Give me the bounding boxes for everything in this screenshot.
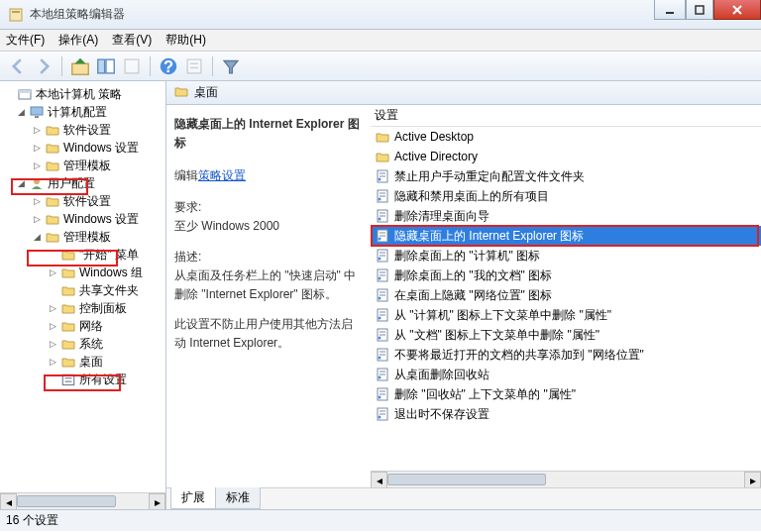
folder-icon bbox=[45, 194, 60, 208]
expand-icon[interactable]: ▷ bbox=[32, 160, 43, 171]
setting-folder[interactable]: Active Directory bbox=[371, 147, 761, 166]
setting-policy[interactable]: 隐藏桌面上的 Internet Explorer 图标 bbox=[371, 226, 761, 246]
tree-root[interactable]: 本地计算机 策略 bbox=[4, 85, 163, 103]
minimize-button[interactable] bbox=[654, 0, 686, 20]
policy-icon bbox=[375, 248, 390, 264]
settings-header[interactable]: 设置 bbox=[371, 105, 761, 127]
detail-column: 隐藏桌面上的 Internet Explorer 图标 编辑策略设置 要求: 至… bbox=[166, 105, 371, 487]
tree-uc-system[interactable]: ▷系统 bbox=[4, 335, 163, 353]
setting-policy[interactable]: 从 "文档" 图标上下文菜单中删除 "属性" bbox=[371, 325, 761, 345]
window-title: 本地组策略编辑器 bbox=[30, 6, 125, 23]
scroll-left-arrow[interactable]: ◂ bbox=[0, 493, 17, 509]
scroll-right-arrow[interactable]: ▸ bbox=[744, 472, 761, 487]
show-hide-tree-button[interactable] bbox=[94, 54, 118, 78]
menu-file[interactable]: 文件(F) bbox=[6, 32, 45, 49]
tree-label: 网络 bbox=[79, 318, 103, 335]
tree-label: 桌面 bbox=[79, 354, 103, 371]
expand-icon[interactable]: ▷ bbox=[32, 196, 43, 207]
tree-label: 管理模板 bbox=[63, 229, 111, 246]
tab-standard[interactable]: 标准 bbox=[215, 487, 261, 509]
tree-uc-windows[interactable]: ▷Windows 设置 bbox=[4, 210, 163, 228]
desc-paragraph: 从桌面及任务栏上的 "快速启动" 中删除 "Internet Explorer"… bbox=[174, 266, 363, 304]
tree-uc-control[interactable]: ▷控制面板 bbox=[4, 299, 163, 317]
svg-rect-17 bbox=[31, 107, 43, 115]
tab-extended[interactable]: 扩展 bbox=[170, 487, 216, 509]
forward-button bbox=[32, 54, 55, 78]
setting-policy[interactable]: 删除 "回收站" 上下文菜单的 "属性" bbox=[371, 384, 761, 404]
policy-icon bbox=[375, 347, 390, 363]
expand-icon[interactable]: ▷ bbox=[32, 214, 43, 225]
svg-rect-16 bbox=[19, 90, 31, 93]
setting-policy[interactable]: 退出时不保存设置 bbox=[371, 404, 761, 424]
collapse-icon[interactable] bbox=[4, 89, 15, 100]
expand-icon[interactable]: ▷ bbox=[48, 321, 58, 332]
tree-cc-software[interactable]: ▷软件设置 bbox=[4, 121, 163, 139]
svg-point-19 bbox=[34, 178, 40, 184]
tree-uc-shared[interactable]: 共享文件夹 bbox=[4, 281, 163, 299]
setting-policy[interactable]: 禁止用户手动重定向配置文件文件夹 bbox=[371, 166, 761, 186]
toolbar-separator bbox=[150, 56, 151, 76]
tree-uc-wincomp[interactable]: ▷Windows 组 bbox=[4, 264, 163, 281]
setting-policy[interactable]: 从 "计算机" 图标上下文菜单中删除 "属性" bbox=[371, 305, 761, 325]
setting-policy[interactable]: 从桌面删除回收站 bbox=[371, 365, 761, 384]
svg-point-38 bbox=[379, 238, 381, 241]
tree-hscroll[interactable]: ◂ ▸ bbox=[0, 492, 165, 509]
collapse-icon[interactable]: ◢ bbox=[16, 107, 27, 118]
expand-icon[interactable]: ▷ bbox=[48, 267, 58, 278]
setting-policy[interactable]: 不要将最近打开的文档的共享添加到 "网络位置" bbox=[371, 345, 761, 365]
help-button[interactable]: ? bbox=[157, 54, 180, 78]
tree-label: Windows 设置 bbox=[63, 140, 139, 157]
expand-icon[interactable]: ▷ bbox=[48, 357, 58, 368]
setting-label: 删除 "回收站" 上下文菜单的 "属性" bbox=[394, 386, 576, 403]
collapse-icon[interactable]: ◢ bbox=[16, 178, 27, 189]
svg-point-66 bbox=[379, 376, 381, 379]
up-button[interactable] bbox=[68, 54, 92, 78]
settings-header-label: 设置 bbox=[375, 107, 398, 124]
menu-view[interactable]: 查看(V) bbox=[112, 32, 152, 49]
tree-uc-start[interactable]: "开始" 菜单 bbox=[4, 246, 163, 264]
expand-icon[interactable]: ▷ bbox=[48, 339, 58, 350]
svg-rect-9 bbox=[125, 59, 139, 73]
menu-help[interactable]: 帮助(H) bbox=[165, 32, 206, 49]
svg-point-34 bbox=[379, 218, 381, 221]
tree-cc-admin[interactable]: ▷管理模板 bbox=[4, 157, 163, 174]
setting-policy[interactable]: 删除桌面上的 "计算机" 图标 bbox=[371, 246, 761, 266]
expand-icon[interactable]: ▷ bbox=[32, 143, 43, 154]
setting-policy[interactable]: 删除清理桌面向导 bbox=[371, 206, 761, 226]
folder-icon bbox=[60, 248, 76, 262]
expand-icon[interactable]: ▷ bbox=[32, 125, 43, 136]
collapse-icon[interactable]: ◢ bbox=[32, 232, 43, 243]
tree-uc-network[interactable]: ▷网络 bbox=[4, 317, 163, 335]
tree-uc-admin[interactable]: ◢管理模板 bbox=[4, 228, 163, 246]
edit-policy-link[interactable]: 策略设置 bbox=[198, 168, 246, 182]
tree-uc-software[interactable]: ▷软件设置 bbox=[4, 192, 163, 210]
scroll-thumb[interactable] bbox=[387, 474, 546, 485]
toolbar: ? bbox=[0, 52, 761, 81]
tree-label: 共享文件夹 bbox=[79, 282, 139, 299]
setting-policy[interactable]: 删除桌面上的 "我的文档" 图标 bbox=[371, 266, 761, 285]
tree-label: 计算机配置 bbox=[48, 104, 107, 121]
settings-hscroll[interactable]: ◂ ▸ bbox=[371, 471, 761, 487]
req-value: 至少 Windows 2000 bbox=[174, 217, 363, 236]
scroll-right-arrow[interactable]: ▸ bbox=[149, 493, 165, 509]
detail-title: 隐藏桌面上的 Internet Explorer 图标 bbox=[174, 115, 363, 153]
tree-computer-config[interactable]: ◢ 计算机配置 bbox=[4, 103, 163, 121]
tree-user-config[interactable]: ◢用户配置 bbox=[4, 174, 163, 192]
tree-uc-all[interactable]: 所有设置 bbox=[4, 371, 163, 388]
scroll-left-arrow[interactable]: ◂ bbox=[371, 472, 387, 487]
scroll-thumb[interactable] bbox=[17, 495, 116, 507]
back-button bbox=[6, 54, 30, 78]
setting-label: 从 "计算机" 图标上下文菜单中删除 "属性" bbox=[394, 307, 611, 324]
setting-policy[interactable]: 隐藏和禁用桌面上的所有项目 bbox=[371, 186, 761, 206]
setting-policy[interactable]: 在桌面上隐藏 "网络位置" 图标 bbox=[371, 285, 761, 305]
tree-cc-windows[interactable]: ▷Windows 设置 bbox=[4, 139, 163, 157]
maximize-button[interactable] bbox=[686, 0, 713, 20]
expand-icon[interactable]: ▷ bbox=[48, 303, 58, 314]
tree-pane: 本地计算机 策略 ◢ 计算机配置 ▷软件设置 ▷Windows 设置 ▷管理模板… bbox=[0, 81, 166, 509]
close-button[interactable] bbox=[713, 0, 761, 20]
tree-uc-desktop[interactable]: ▷桌面 bbox=[4, 353, 163, 371]
filter-button[interactable] bbox=[219, 54, 243, 78]
setting-folder[interactable]: Active Desktop bbox=[371, 127, 761, 147]
menu-action[interactable]: 操作(A) bbox=[58, 32, 98, 49]
computer-icon bbox=[29, 105, 45, 119]
